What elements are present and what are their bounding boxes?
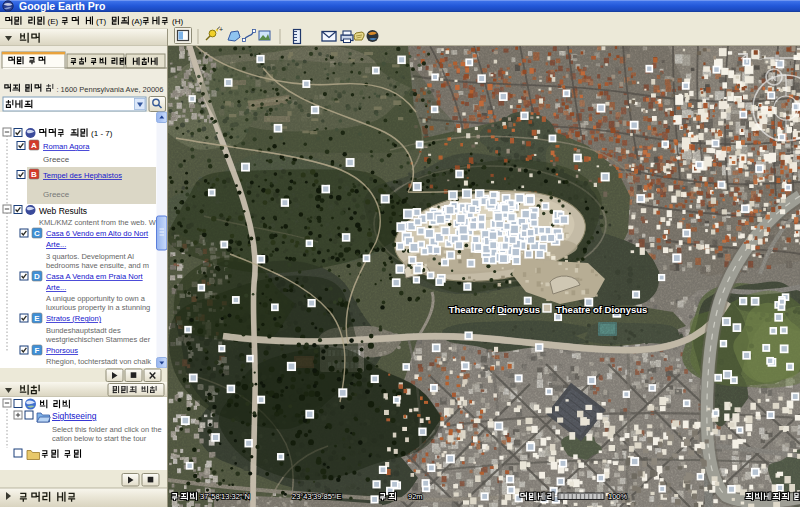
svg-text:A unique opportunity to own a: A unique opportunity to own a	[46, 294, 146, 303]
svg-text:23°43′39.85″ E: 23°43′39.85″ E	[292, 492, 342, 501]
svg-text:+: +	[219, 26, 223, 33]
svg-text:100%: 100%	[608, 492, 628, 501]
svg-text:bedrooms have ensuite, and m: bedrooms have ensuite, and m	[46, 261, 149, 270]
svg-text:Stratos (Region): Stratos (Region)	[46, 314, 102, 323]
svg-text:Tempel des Hephaistos: Tempel des Hephaistos	[43, 171, 122, 180]
svg-text:(H): (H)	[172, 17, 183, 26]
svg-text:D: D	[34, 272, 40, 281]
svg-text:Roman Agora: Roman Agora	[43, 142, 90, 151]
svg-text:westgriechischen Stammes der: westgriechischen Stammes der	[45, 335, 151, 344]
svg-text:KML/KMZ content from the web.: KML/KMZ content from the web. W	[39, 218, 157, 227]
svg-text:A: A	[31, 141, 37, 150]
svg-text:(A): (A)	[132, 17, 143, 26]
svg-text:(E): (E)	[48, 17, 59, 26]
svg-text:Phorsous: Phorsous	[46, 346, 78, 355]
svg-text:Greece: Greece	[43, 155, 70, 164]
svg-text:F: F	[35, 346, 40, 355]
svg-text:: 1600 Pennsylvania Ave, 20006: : 1600 Pennsylvania Ave, 20006	[56, 85, 163, 94]
svg-text:(1 - 7): (1 - 7)	[91, 129, 113, 138]
svg-text:Sightseeing: Sightseeing	[52, 411, 97, 421]
svg-text:Web Results: Web Results	[39, 206, 87, 216]
svg-text:−: −	[757, 54, 762, 64]
svg-text:Theatre of Dionysus: Theatre of Dionysus	[556, 304, 647, 315]
svg-text:37°58′13.32″ N: 37°58′13.32″ N	[200, 492, 250, 501]
svg-text:luxurious property in a stunni: luxurious property in a stunning	[46, 303, 150, 312]
svg-text:Arte...: Arte...	[46, 240, 66, 249]
svg-text:Select this folder and click o: Select this folder and click on the	[52, 425, 162, 434]
svg-text:Greece: Greece	[43, 190, 70, 199]
svg-text:C: C	[34, 229, 40, 238]
svg-text:B: B	[31, 170, 37, 179]
svg-text:Bundeshauptstadt des: Bundeshauptstadt des	[46, 326, 121, 335]
svg-text:Casa 6 Vendo em Alto do Nort: Casa 6 Vendo em Alto do Nort	[46, 229, 149, 238]
svg-text:Arte...: Arte...	[46, 283, 66, 292]
svg-text:E: E	[34, 314, 40, 323]
svg-text:(T): (T)	[96, 17, 107, 26]
svg-text:Rhegion, tochterstadt von chal: Rhegion, tochterstadt von chalk	[46, 357, 151, 366]
svg-text:3 quartos. Development Al: 3 quartos. Development Al	[46, 252, 134, 261]
svg-text:Google Earth Pro: Google Earth Pro	[19, 0, 105, 12]
svg-text:Theatre of Dionysus: Theatre of Dionysus	[449, 304, 540, 315]
svg-text:92m: 92m	[408, 492, 423, 501]
svg-text:cation below to start the tour: cation below to start the tour	[52, 434, 147, 443]
svg-text:Casa A Venda em Praia Nort: Casa A Venda em Praia Nort	[46, 272, 144, 281]
